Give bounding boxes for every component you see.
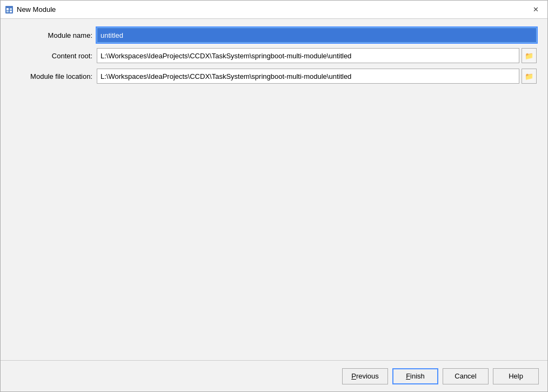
module-file-location-row: Module file location: 📁 (11, 69, 537, 84)
help-label: Help (509, 372, 523, 380)
close-button[interactable]: ✕ (528, 2, 543, 17)
dialog-body: Module name: Content root: 📁 Module file… (1, 19, 547, 360)
content-root-label: Content root: (11, 52, 92, 60)
previous-label: Previous (351, 372, 379, 380)
module-name-label: Module name: (11, 31, 92, 39)
module-file-location-label: Module file location: (11, 72, 92, 80)
module-name-input[interactable] (97, 28, 537, 43)
dialog-footer: Previous Finish Cancel Help (1, 360, 547, 391)
new-module-dialog: New Module ✕ Module name: Content root: … (0, 0, 548, 392)
content-root-browse-button[interactable]: 📁 (522, 48, 537, 63)
svg-rect-1 (6, 8, 9, 10)
title-bar: New Module ✕ (1, 1, 547, 19)
content-root-input-wrap: 📁 (97, 48, 537, 63)
module-name-input-wrap (97, 28, 537, 43)
help-button[interactable]: Help (493, 368, 539, 384)
module-icon (5, 5, 14, 14)
module-file-location-input[interactable] (97, 69, 519, 84)
previous-button[interactable]: Previous (342, 368, 388, 384)
svg-rect-4 (10, 11, 12, 12)
folder-icon-2: 📁 (525, 72, 533, 80)
svg-rect-2 (10, 8, 12, 10)
svg-rect-3 (6, 11, 9, 12)
module-name-row: Module name: (11, 28, 537, 43)
body-spacer (11, 89, 537, 352)
content-root-row: Content root: 📁 (11, 48, 537, 63)
content-root-input[interactable] (97, 48, 519, 63)
close-icon: ✕ (533, 5, 539, 13)
module-file-location-input-wrap: 📁 (97, 69, 537, 84)
cancel-button[interactable]: Cancel (443, 368, 489, 384)
folder-icon: 📁 (525, 52, 533, 60)
dialog-title: New Module (17, 5, 528, 13)
cancel-label: Cancel (455, 372, 476, 380)
module-file-location-browse-button[interactable]: 📁 (522, 69, 537, 84)
finish-label: Finish (406, 372, 425, 380)
finish-button[interactable]: Finish (392, 368, 438, 384)
